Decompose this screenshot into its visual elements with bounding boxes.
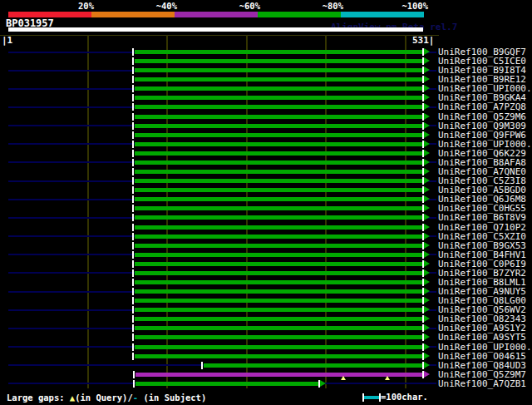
hit-label[interactable]: UniRef100_A7PZQ8 bbox=[438, 102, 526, 111]
alignment-bar[interactable] bbox=[135, 253, 422, 257]
alignment-bar[interactable] bbox=[135, 225, 422, 230]
alignment-bar[interactable] bbox=[135, 308, 422, 312]
alignment-bar[interactable] bbox=[135, 235, 422, 239]
start-tick bbox=[132, 168, 134, 175]
arrow-head-icon bbox=[424, 94, 430, 101]
hit-label[interactable]: UniRef100_A9SYT5 bbox=[438, 333, 526, 342]
arrow-head-icon bbox=[424, 214, 430, 220]
arrow-head-icon bbox=[424, 122, 430, 129]
alignment-bar[interactable] bbox=[135, 280, 422, 284]
alignment-bar[interactable] bbox=[135, 299, 422, 303]
scale-segment-60 bbox=[175, 12, 258, 17]
alignment-bar[interactable] bbox=[135, 197, 422, 201]
arrow-head-icon bbox=[424, 195, 430, 202]
alignment-bar[interactable] bbox=[135, 133, 422, 137]
gap-legend-part-4: (in Subject) bbox=[138, 393, 206, 403]
start-tick bbox=[132, 315, 134, 323]
alignment-bar[interactable] bbox=[135, 161, 422, 165]
alignment-bar[interactable] bbox=[135, 373, 422, 377]
alignment-bar[interactable] bbox=[204, 363, 422, 368]
start-tick bbox=[132, 150, 134, 157]
alignment-bar[interactable] bbox=[135, 326, 422, 330]
alignment-bar[interactable] bbox=[135, 354, 422, 358]
start-tick bbox=[132, 214, 134, 221]
start-tick bbox=[132, 76, 134, 83]
hit-label[interactable]: UniRef100_C5XZI0 bbox=[438, 232, 526, 241]
start-tick bbox=[132, 233, 134, 240]
alignment-bar[interactable] bbox=[135, 50, 422, 54]
alignment-bar[interactable] bbox=[135, 335, 422, 339]
start-tick bbox=[132, 353, 134, 360]
start-tick bbox=[132, 177, 134, 185]
arrow-head-icon bbox=[424, 186, 430, 193]
arrow-head-icon bbox=[424, 333, 430, 340]
scalebar-legend-label: =100char. bbox=[381, 392, 428, 402]
scale-label-100: ~100% bbox=[378, 1, 428, 11]
arrow-head-icon bbox=[424, 251, 430, 258]
hit-label[interactable]: UniRef100_B6T8V9 bbox=[438, 213, 526, 222]
scale-segment-100 bbox=[341, 12, 424, 17]
alignment-bar[interactable] bbox=[135, 206, 422, 210]
alignment-bar[interactable] bbox=[135, 289, 422, 294]
hit-label[interactable]: UniRef100_UPI000.. bbox=[438, 343, 532, 352]
alignment-bar[interactable] bbox=[135, 262, 422, 266]
start-tick bbox=[132, 186, 134, 194]
ruler-end-label: 531| bbox=[412, 35, 435, 46]
alignment-bar[interactable] bbox=[135, 345, 422, 349]
alignment-bar[interactable] bbox=[135, 115, 422, 119]
alignment-bar[interactable] bbox=[135, 271, 422, 275]
start-tick bbox=[132, 122, 134, 130]
alignment-bar[interactable] bbox=[135, 77, 422, 81]
ruler-line bbox=[0, 35, 439, 36]
alignment-row: UniRef100_Q710P2 bbox=[0, 223, 532, 232]
start-tick bbox=[132, 288, 134, 295]
arrow-head-icon bbox=[424, 131, 430, 138]
start-tick bbox=[132, 251, 134, 259]
alignment-bar[interactable] bbox=[135, 170, 422, 174]
alignment-bar[interactable] bbox=[135, 86, 422, 91]
alignment-bar[interactable] bbox=[135, 244, 422, 248]
alignment-bar[interactable] bbox=[135, 68, 422, 72]
alignment-bar[interactable] bbox=[135, 59, 422, 63]
arrow-head-icon bbox=[424, 242, 430, 249]
alignment-bar[interactable] bbox=[135, 188, 422, 192]
arrow-head-icon bbox=[424, 371, 430, 378]
start-tick bbox=[132, 57, 134, 65]
arrow-head-icon bbox=[424, 159, 430, 165]
scale-segment-20 bbox=[8, 12, 91, 17]
alignment-row: UniRef100_A7QZB1 bbox=[0, 379, 532, 388]
start-tick bbox=[132, 113, 134, 121]
arrow-head-icon bbox=[424, 306, 430, 313]
alignment-bar[interactable] bbox=[135, 96, 422, 100]
hit-label[interactable]: UniRef100_Q5Z9M6 bbox=[438, 112, 526, 121]
alignment-bar[interactable] bbox=[135, 215, 422, 220]
start-tick bbox=[132, 324, 134, 332]
alignment-row: UniRef100_A9SYT5 bbox=[0, 333, 532, 342]
arrow-head-icon bbox=[424, 279, 430, 285]
arrow-head-icon bbox=[424, 150, 430, 156]
arrow-head-icon bbox=[424, 76, 430, 82]
arrow-head-icon bbox=[424, 315, 430, 322]
hit-label[interactable]: UniRef100_A7QZB1 bbox=[438, 379, 526, 388]
start-tick bbox=[133, 371, 135, 378]
alignment-bar[interactable] bbox=[135, 105, 422, 109]
alignment-bar[interactable] bbox=[135, 317, 422, 321]
arrow-head-icon bbox=[424, 288, 430, 294]
alignment-bar[interactable] bbox=[135, 124, 422, 128]
alignment-bar[interactable] bbox=[135, 382, 318, 386]
arrow-head-icon bbox=[424, 57, 430, 64]
start-tick bbox=[132, 279, 134, 286]
start-tick bbox=[133, 380, 135, 388]
arrow-head-icon bbox=[424, 113, 430, 120]
scalebar-legend-icon bbox=[362, 393, 381, 402]
alignment-bar[interactable] bbox=[135, 179, 422, 183]
alignment-bar[interactable] bbox=[135, 151, 422, 156]
hit-label[interactable]: UniRef100_Q710P2 bbox=[438, 223, 526, 232]
start-tick bbox=[132, 141, 134, 148]
start-tick bbox=[132, 159, 134, 166]
start-tick bbox=[132, 306, 134, 314]
alignment-row: UniRef100_C5XZI0 bbox=[0, 232, 532, 241]
gap-legend: Large gaps: ▲(in Query)/- (in Subject) bbox=[7, 392, 206, 403]
start-tick bbox=[201, 362, 203, 369]
alignment-bar[interactable] bbox=[135, 142, 422, 146]
